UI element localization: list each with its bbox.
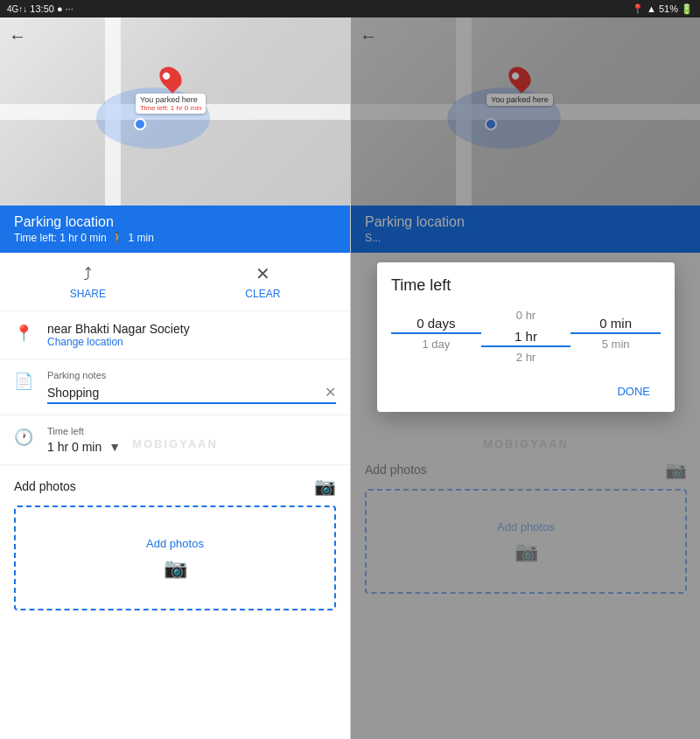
signal-icon: 4G↑↓ — [7, 4, 27, 14]
add-photos-section-left: Add photos 📷 Add photos 📷 — [0, 465, 350, 621]
time-display: 13:50 — [30, 3, 54, 14]
time-left-label: Time left — [47, 426, 336, 436]
picker-selected-days[interactable]: 0 days — [391, 312, 481, 334]
location-content: near Bhakti Nagar Society Change locatio… — [47, 322, 336, 348]
status-right: 📍 ▲ 51% 🔋 — [632, 3, 693, 15]
picker-below-min: 5 min — [602, 334, 630, 354]
picker-below-hr: 2 hr — [516, 347, 536, 367]
add-photos-box-left[interactable]: Add photos 📷 — [14, 505, 336, 610]
picker-below-days: 1 day — [422, 334, 450, 354]
status-bar-left-panel: 4G↑↓ 13:50 ● ··· 📍 ▲ 51% 🔋 — [0, 0, 700, 17]
location-name: near Bhakti Nagar Society — [47, 322, 336, 336]
done-button[interactable]: DONE — [606, 378, 661, 405]
dialog-actions: DONE — [391, 374, 661, 405]
notes-row: 📄 Parking notes ✕ — [0, 359, 350, 415]
add-photo-icon-left: 📷 — [164, 557, 187, 580]
notes-content: Parking notes ✕ — [47, 370, 336, 404]
change-location-link[interactable]: Change location — [47, 336, 336, 348]
camera-button-left[interactable]: 📷 — [314, 476, 336, 497]
picker-col-hr: 0 hr 1 hr 2 hr — [481, 305, 571, 367]
notes-input-wrap: ✕ — [47, 384, 336, 404]
notes-icon: 📄 — [14, 372, 33, 391]
picker-selected-hr[interactable]: 1 hr — [481, 325, 571, 347]
action-row: ⤴ SHARE ✕ CLEAR — [0, 253, 350, 311]
walk-icon: 🚶 — [111, 232, 124, 244]
location-icon: 📍 — [632, 3, 644, 15]
pin-label: You parked here Time left: 1 hr 0 min — [136, 94, 206, 114]
notes-input[interactable] — [47, 386, 325, 400]
parking-dot — [134, 118, 146, 130]
back-button-right[interactable]: ← — [360, 26, 377, 46]
time-left-dialog: Time left 0 days 1 day 0 hr 1 hr 2 hr — [377, 262, 675, 412]
info-bar-title-left: Parking location — [14, 214, 336, 230]
picker-above-hr: 0 hr — [516, 305, 536, 325]
time-select[interactable]: 1 hr 0 min ▼ — [47, 440, 336, 454]
location-icon-row: 📍 — [14, 324, 33, 343]
pin-icon — [156, 62, 186, 93]
picker-col-min: 0 min 5 min — [570, 305, 661, 367]
add-photos-title-left: Add photos — [14, 479, 76, 493]
share-button[interactable]: ⤴ SHARE — [70, 264, 106, 300]
info-bar-sub-left: Time left: 1 hr 0 min 🚶 1 min — [14, 232, 336, 244]
wifi-icon: ▲ — [647, 3, 656, 14]
panel-body-left: ⤴ SHARE ✕ CLEAR 📍 near Bhakti Nagar Soci… — [0, 253, 350, 739]
status-left: 4G↑↓ 13:50 ● ··· — [7, 3, 74, 14]
time-left-row: 🕐 Time left 1 hr 0 min ▼ — [0, 415, 350, 465]
picker-col-days: 0 days 1 day — [391, 305, 481, 367]
clear-button[interactable]: ✕ CLEAR — [245, 263, 280, 300]
map-pin: You parked here Time left: 1 hr 0 min — [136, 66, 206, 114]
picker-selected-min[interactable]: 0 min — [570, 312, 661, 334]
time-value: 1 hr 0 min — [47, 440, 102, 454]
notes-label: Parking notes — [47, 370, 336, 380]
back-button[interactable]: ← — [9, 26, 26, 46]
map-left: ← You parked here Time left: 1 hr 0 min — [0, 17, 350, 206]
dropdown-icon: ▼ — [108, 440, 121, 454]
more-icon: ··· — [66, 3, 74, 14]
info-bar-left: Parking location Time left: 1 hr 0 min 🚶… — [0, 206, 350, 253]
share-icon: ⤴ — [83, 264, 92, 284]
add-photos-header-left: Add photos 📷 — [14, 476, 336, 497]
clock-icon: 🕐 — [14, 428, 33, 447]
battery-display: 51% — [659, 3, 678, 14]
panel-right: ← You parked here Parking location S... — [351, 17, 700, 739]
clear-icon: ✕ — [256, 263, 270, 284]
battery-icon: 🔋 — [681, 3, 693, 15]
time-left-content: Time left 1 hr 0 min ▼ — [47, 426, 336, 454]
status-dot: ● — [57, 3, 63, 14]
panel-left: ← You parked here Time left: 1 hr 0 min … — [0, 17, 350, 739]
dialog-title: Time left — [391, 276, 661, 295]
location-row: 📍 near Bhakti Nagar Society Change locat… — [0, 311, 350, 359]
notes-clear-icon[interactable]: ✕ — [325, 384, 336, 401]
add-photos-label-left: Add photos — [146, 537, 204, 550]
picker-wrap: 0 days 1 day 0 hr 1 hr 2 hr 0 min 5 min — [391, 305, 661, 367]
